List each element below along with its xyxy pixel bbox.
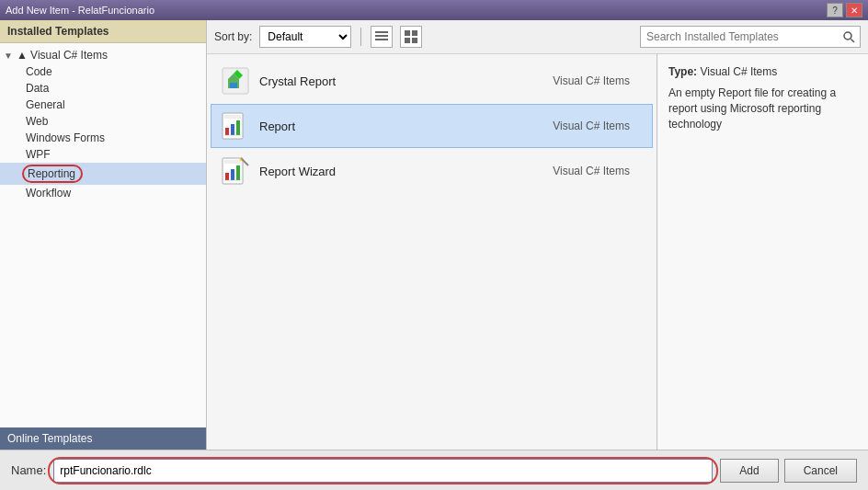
- svg-rect-6: [412, 38, 417, 43]
- report-wizard-icon: [219, 154, 252, 188]
- template-category-report-wizard: Visual C# Items: [553, 165, 630, 177]
- installed-templates-header: Installed Templates: [0, 20, 206, 43]
- tree-label-web: Web: [26, 115, 48, 128]
- svg-rect-20: [224, 160, 241, 164]
- svg-point-7: [844, 32, 851, 40]
- tree-item-workflow[interactable]: Workflow: [0, 185, 206, 201]
- content-area: Installed Templates ▼ ▲ Visual C# Items …: [0, 20, 868, 450]
- toolbar: Sort by: Default: [207, 20, 868, 54]
- svg-rect-22: [231, 169, 234, 180]
- tree-label-data: Data: [26, 82, 49, 95]
- grid-view-icon: [405, 30, 417, 43]
- tree-item-general[interactable]: General: [0, 97, 206, 113]
- dialog-buttons: Add Cancel: [720, 459, 857, 483]
- sort-select[interactable]: Default: [259, 26, 351, 48]
- bottom-bar: Name: Add Cancel: [0, 450, 868, 490]
- template-item-report-wizard[interactable]: Report Wizard Visual C# Items: [211, 149, 653, 193]
- online-templates-header[interactable]: Online Templates: [0, 427, 206, 450]
- svg-line-8: [851, 40, 855, 43]
- main-panel: Sort by: Default: [207, 20, 868, 450]
- tree-label-visual-csharp: ▲ Visual C# Items: [17, 49, 108, 62]
- sort-label: Sort by:: [214, 30, 252, 43]
- reporting-circle: Reporting: [22, 165, 83, 183]
- sidebar-tree: ▼ ▲ Visual C# Items Code Data General We…: [0, 43, 206, 427]
- title-text: Add New Item - RelatFuncionario: [6, 5, 154, 16]
- list-view-icon: [375, 30, 388, 43]
- template-name-report-wizard: Report Wizard: [259, 165, 553, 178]
- tree-label-general: General: [26, 98, 65, 111]
- svg-rect-0: [375, 31, 388, 33]
- name-input[interactable]: [53, 459, 713, 483]
- tree-item-reporting[interactable]: Reporting: [0, 163, 206, 185]
- search-button[interactable]: [838, 26, 860, 48]
- desc-type-row: Type: Visual C# Items: [668, 65, 857, 78]
- tree-item-wpf[interactable]: WPF: [0, 146, 206, 163]
- close-button[interactable]: ✕: [846, 3, 862, 17]
- template-category-report: Visual C# Items: [553, 120, 630, 132]
- title-bar: Add New Item - RelatFuncionario ? ✕: [0, 0, 868, 20]
- search-icon: [842, 30, 855, 43]
- dialog: Installed Templates ▼ ▲ Visual C# Items …: [0, 20, 868, 490]
- svg-rect-16: [231, 124, 234, 135]
- svg-rect-12: [230, 83, 237, 88]
- svg-rect-5: [405, 38, 410, 43]
- title-bar-buttons: ? ✕: [827, 3, 862, 17]
- desc-type-value: Visual C# Items: [700, 65, 777, 78]
- tree-label-workflow: Workflow: [26, 187, 71, 199]
- view-grid-button[interactable]: [400, 26, 422, 48]
- tree-item-data[interactable]: Data: [0, 80, 206, 97]
- tree-label-windows-forms: Windows Forms: [26, 131, 105, 144]
- toolbar-separator: [360, 28, 361, 46]
- svg-rect-1: [375, 35, 388, 37]
- svg-rect-21: [225, 173, 229, 180]
- name-label: Name:: [11, 463, 46, 477]
- tree-arrow-expand: ▼: [4, 51, 13, 61]
- svg-rect-23: [236, 165, 240, 180]
- svg-rect-3: [405, 30, 410, 36]
- description-panel: Type: Visual C# Items An empty Report fi…: [657, 54, 868, 450]
- template-item-crystal-report[interactable]: Crystal Report Visual C# Items: [211, 59, 653, 103]
- templates-list: Crystal Report Visual C# Items: [207, 54, 657, 450]
- template-category-crystal: Visual C# Items: [553, 74, 630, 87]
- tree-item-windows-forms[interactable]: Windows Forms: [0, 130, 206, 146]
- template-item-report[interactable]: Report Visual C# Items: [211, 104, 653, 148]
- tree-label-code: Code: [26, 65, 52, 78]
- report-icon: [219, 109, 252, 142]
- svg-rect-2: [375, 39, 388, 40]
- search-input[interactable]: [641, 27, 838, 47]
- svg-rect-4: [412, 30, 417, 36]
- tree-label-wpf: WPF: [26, 148, 51, 161]
- tree-item-visual-csharp[interactable]: ▼ ▲ Visual C# Items: [0, 47, 206, 63]
- crystal-report-icon: [219, 64, 252, 97]
- tree-label-reporting: Reporting: [28, 167, 75, 180]
- sidebar: Installed Templates ▼ ▲ Visual C# Items …: [0, 20, 207, 450]
- svg-rect-14: [224, 115, 241, 119]
- template-name-report: Report: [259, 120, 553, 133]
- view-list-button[interactable]: [371, 26, 393, 48]
- name-input-wrapper: [53, 459, 713, 483]
- desc-type-label: Type:: [668, 65, 697, 78]
- svg-rect-15: [225, 128, 229, 135]
- search-area: [640, 26, 861, 48]
- template-name-crystal: Crystal Report: [259, 74, 553, 88]
- cancel-button[interactable]: Cancel: [784, 459, 857, 483]
- help-button[interactable]: ?: [827, 3, 843, 17]
- tree-item-code[interactable]: Code: [0, 63, 206, 80]
- desc-text: An empty Report file for creating a repo…: [668, 85, 857, 131]
- tree-item-web[interactable]: Web: [0, 113, 206, 130]
- svg-rect-17: [236, 120, 240, 135]
- add-button[interactable]: Add: [720, 459, 778, 483]
